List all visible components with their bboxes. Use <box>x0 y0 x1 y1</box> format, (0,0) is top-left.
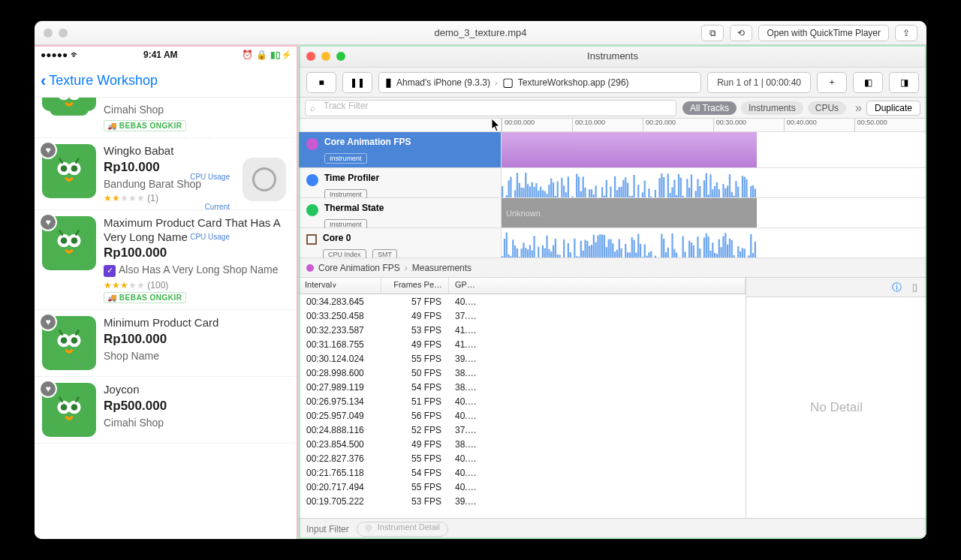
svg-rect-261 <box>748 255 749 257</box>
back-chevron-icon[interactable]: ‹ <box>41 71 46 91</box>
input-filter-label[interactable]: Input Filter <box>306 524 349 534</box>
col-interval[interactable]: Interval∨ <box>299 278 381 294</box>
svg-rect-0 <box>50 98 89 116</box>
panel-right-button[interactable]: ◨ <box>889 72 919 93</box>
info-icon[interactable]: ⓘ <box>892 281 902 294</box>
table-row[interactable]: 00:28.998.600 50 FPS 38.… <box>299 366 746 380</box>
table-row[interactable]: 00:34.283.645 57 FPS 40.… <box>299 294 746 309</box>
pause-button[interactable]: ❚❚ <box>342 72 372 93</box>
tab-instruments[interactable]: Instruments <box>741 101 803 115</box>
svg-rect-42 <box>538 191 539 197</box>
product-card[interactable]: ♥ Minimum Product Card Rp100.000 Shop Na… <box>35 310 298 377</box>
free-shipping-badge: 🚚 BEBAS ONGKIR <box>104 120 186 131</box>
svg-rect-95 <box>650 197 652 197</box>
product-card[interactable]: ♥ Maximum Product Card That Has A Very L… <box>35 210 298 310</box>
open-with-button[interactable]: Open with QuickTime Player <box>758 25 889 41</box>
svg-rect-225 <box>671 233 673 257</box>
track-graph[interactable] <box>502 168 926 197</box>
target-selector[interactable]: ▮ Ahmad's iPhone (9.3.3) › ▢ TextureWork… <box>378 72 701 93</box>
svg-rect-185 <box>586 241 588 257</box>
svg-rect-211 <box>642 257 643 257</box>
col-gpu[interactable]: GP… <box>449 278 746 294</box>
time-ruler[interactable]: 00:00.00000:10.00000:20.00000:30.00000:4… <box>502 119 926 131</box>
instrument-detail-input[interactable]: ◎ Instrument Detail <box>357 522 448 537</box>
add-button[interactable]: ＋ <box>817 72 847 93</box>
rotate-button[interactable]: ⟲ <box>730 25 752 41</box>
chevron-right-icon: › <box>495 78 498 87</box>
table-row[interactable]: 00:19.705.222 53 FPS 39.… <box>299 494 746 508</box>
tab-all-tracks[interactable]: All Tracks <box>682 101 737 115</box>
product-card[interactable]: ♥ Joycon Rp500.000 Cimahi Shop <box>35 377 298 444</box>
stop-button[interactable]: ■ <box>306 72 336 93</box>
chevron-right-icon[interactable]: » <box>855 101 862 115</box>
product-card[interactable]: Cimahi Shop🚚 BEBAS ONGKIR <box>35 98 298 138</box>
share-button[interactable]: ⇪ <box>895 25 917 41</box>
table-row[interactable]: 00:20.717.494 55 FPS 40.… <box>299 480 746 494</box>
tab-cpus[interactable]: CPUs <box>808 101 846 115</box>
svg-rect-29 <box>510 177 511 197</box>
traffic-min-icon[interactable] <box>321 52 330 61</box>
svg-rect-99 <box>658 178 660 197</box>
track-filter-input[interactable]: ⌕ Track Filter <box>305 100 676 116</box>
app-icon: ▢ <box>502 75 514 89</box>
svg-point-8 <box>61 165 68 172</box>
nav-title[interactable]: Texture Workshop <box>49 73 158 89</box>
table-row[interactable]: 00:27.989.119 54 FPS 38.… <box>299 380 746 394</box>
table-row[interactable]: 00:32.233.587 53 FPS 41.… <box>299 323 746 337</box>
svg-rect-222 <box>665 252 667 257</box>
traffic-max-icon[interactable] <box>336 52 345 61</box>
device-icon: ▮ <box>385 75 392 89</box>
track-graph[interactable] <box>502 132 926 167</box>
svg-rect-226 <box>673 249 675 257</box>
col-fps[interactable]: Frames Pe… <box>381 278 449 294</box>
timeline-track[interactable]: Time Profiler Instrument CPU Usage <box>299 168 926 198</box>
svg-rect-221 <box>663 239 664 257</box>
svg-rect-124 <box>712 189 713 197</box>
pip-button[interactable]: ⧉ <box>701 25 724 41</box>
table-row[interactable]: 00:26.975.134 51 FPS 40.… <box>299 394 746 408</box>
detail-pane: ⓘ ▯ No Detail <box>746 278 926 518</box>
svg-rect-132 <box>729 174 731 197</box>
wishlist-heart-icon[interactable]: ♥ <box>39 213 57 231</box>
table-row[interactable]: 00:23.854.500 49 FPS 38.… <box>299 437 746 451</box>
crumb-instrument[interactable]: Core Animation FPS <box>318 263 400 273</box>
table-row[interactable]: 00:21.765.118 54 FPS 40.… <box>299 465 746 480</box>
svg-rect-54 <box>563 185 565 197</box>
track-graph[interactable]: Unknown <box>502 198 926 227</box>
duplicate-button[interactable]: Duplicate <box>866 101 920 116</box>
table-row[interactable]: 00:24.888.116 52 FPS 37.… <box>299 423 746 437</box>
table-row[interactable]: 00:30.124.024 55 FPS 39.… <box>299 351 746 366</box>
data-table[interactable]: Interval∨ Frames Pe… GP… 00:34.283.645 5… <box>299 278 746 518</box>
phone-simulator: ●●●●● ᯤ 9:41 AM ⏰ 🔒 ▮▯⚡ ‹ Texture Worksh… <box>35 45 299 539</box>
timeline-track[interactable]: Thermal State Instrument Current Unknown <box>299 198 926 228</box>
timeline-track[interactable]: Core 0 CPU Index SMT CPU Usage <box>299 228 926 258</box>
panel-left-button[interactable]: ◧ <box>853 72 883 93</box>
svg-rect-120 <box>703 180 705 197</box>
qt-titlebar[interactable]: demo_3_texture.mp4 ⧉ ⟲ Open with QuickTi… <box>35 21 926 45</box>
svg-rect-237 <box>697 236 698 257</box>
svg-rect-264 <box>755 242 756 257</box>
wishlist-heart-icon[interactable]: ♥ <box>39 141 57 159</box>
traffic-min-icon[interactable] <box>59 29 68 38</box>
wishlist-heart-icon[interactable]: ♥ <box>39 313 57 331</box>
crumb-measurements[interactable]: Measurements <box>412 263 471 273</box>
svg-point-18 <box>61 337 68 344</box>
traffic-close-icon[interactable] <box>306 52 315 61</box>
instr-titlebar[interactable]: Instruments <box>299 45 926 68</box>
table-row[interactable]: 00:22.827.376 55 FPS 40.… <box>299 451 746 465</box>
ruler-tick: 00:30.000 <box>713 119 746 131</box>
table-row[interactable]: 00:31.168.755 49 FPS 41.… <box>299 337 746 351</box>
timeline-track[interactable]: Core Animation FPS Instrument Frame Pe…D… <box>299 132 926 168</box>
alarm-icon: ⏰ <box>242 50 253 60</box>
product-rating: ★★★★★ (100) <box>104 280 291 291</box>
run-info[interactable]: Run 1 of 1 | 00:00:40 <box>707 72 811 93</box>
track-graph[interactable] <box>502 228 926 257</box>
traffic-close-icon[interactable] <box>44 29 53 38</box>
wishlist-heart-icon[interactable]: ♥ <box>39 380 57 398</box>
table-row[interactable]: 00:25.957.049 56 FPS 40.… <box>299 408 746 423</box>
document-icon[interactable]: ▯ <box>912 282 917 293</box>
svg-rect-233 <box>688 241 690 257</box>
svg-rect-103 <box>667 173 669 197</box>
table-row[interactable]: 00:33.250.458 49 FPS 37.… <box>299 309 746 323</box>
svg-rect-85 <box>629 196 631 197</box>
